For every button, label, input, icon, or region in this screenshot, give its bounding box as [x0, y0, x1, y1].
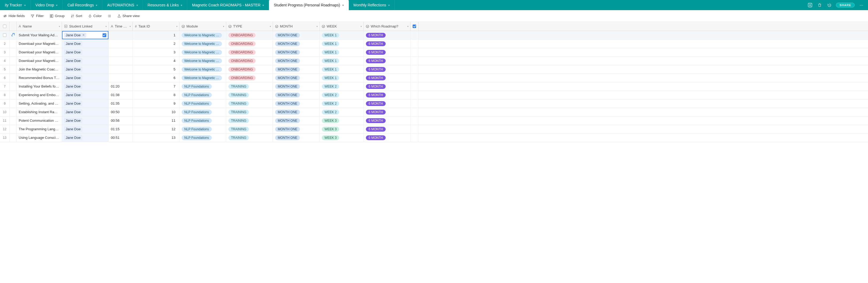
- add-tab-icon[interactable]: [807, 2, 813, 8]
- cell-student[interactable]: Jane Doe: [62, 91, 109, 99]
- expand-icon[interactable]: [11, 33, 15, 37]
- cell-name[interactable]: Using Language Conscio…: [17, 133, 62, 142]
- cell-taskid[interactable]: 8: [133, 91, 180, 99]
- header-name[interactable]: AName▾: [17, 22, 62, 31]
- cell-student[interactable]: Jane Doe: [62, 108, 109, 116]
- cell-month[interactable]: MONTH ONE: [273, 65, 320, 73]
- student-chip[interactable]: Jane Doe: [64, 84, 82, 89]
- cell-week[interactable]: WEEK 1: [320, 57, 364, 65]
- cell-week[interactable]: WEEK 1: [320, 48, 364, 56]
- cell-roadmap[interactable]: 6 MONTH: [364, 57, 410, 65]
- cell-roadmap[interactable]: 6 MONTH: [364, 82, 410, 91]
- cell-taskid[interactable]: 1: [133, 31, 180, 39]
- chevron-down-icon[interactable]: ▾: [316, 25, 318, 28]
- cell-type[interactable]: TRAINING: [226, 108, 273, 116]
- tab-2[interactable]: Call Recordings▾: [62, 0, 102, 10]
- chevron-down-icon[interactable]: ▾: [342, 4, 344, 7]
- cell-week[interactable]: WEEK 1: [320, 39, 364, 48]
- cell-name[interactable]: Submit Your Mailing Addr…: [17, 31, 62, 39]
- cell-name[interactable]: Experiencing and Embod…: [17, 91, 62, 99]
- cell-roadmap[interactable]: 6 MONTH: [364, 48, 410, 56]
- tab-3[interactable]: AUTOMATIONS▾: [102, 0, 143, 10]
- table-row[interactable]: 3Download your Magnetic …Jane Doe3Welcom…: [0, 48, 868, 57]
- student-chip[interactable]: Jane Doe: [64, 58, 82, 63]
- student-chip[interactable]: Jane Doe✕: [64, 33, 86, 38]
- cell-module[interactable]: NLP Foundations: [180, 117, 226, 125]
- cell-roadmap[interactable]: 6 MONTH: [364, 91, 410, 99]
- cell-taskid[interactable]: 9: [133, 99, 180, 107]
- row-checkbox[interactable]: [3, 33, 6, 37]
- student-chip[interactable]: Jane Doe: [64, 135, 82, 140]
- cell-time[interactable]: [109, 57, 133, 65]
- expand-cell[interactable]: [10, 91, 17, 99]
- share-view-button[interactable]: Share view: [117, 14, 140, 18]
- expand-cell[interactable]: [10, 65, 17, 73]
- chevron-down-icon[interactable]: ▾: [388, 4, 390, 7]
- confirm-icon[interactable]: [102, 33, 106, 37]
- cell-month[interactable]: MONTH ONE: [273, 31, 320, 39]
- chevron-down-icon[interactable]: ▾: [56, 4, 57, 7]
- cell-student[interactable]: Jane Doe✕: [62, 31, 109, 39]
- student-chip[interactable]: Jane Doe: [64, 109, 82, 115]
- cell-taskid[interactable]: 2: [133, 39, 180, 48]
- tab-0[interactable]: ity Tracker▾: [0, 0, 31, 10]
- cell-done[interactable]: [410, 117, 418, 125]
- row-number[interactable]: 13: [0, 133, 10, 142]
- chevron-down-icon[interactable]: ▾: [407, 25, 409, 28]
- table-row[interactable]: 13Using Language Conscio…Jane Doe00:5113…: [0, 133, 868, 142]
- header-student[interactable]: Student Linked▾: [62, 22, 109, 31]
- chevron-down-icon[interactable]: ▾: [24, 4, 26, 7]
- cell-type[interactable]: TRAINING: [226, 125, 273, 133]
- cell-student[interactable]: Jane Doe: [62, 82, 109, 91]
- cell-name[interactable]: Download your Magnetic …: [17, 48, 62, 56]
- chevron-down-icon[interactable]: ▾: [176, 25, 178, 28]
- cell-student[interactable]: Jane Doe: [62, 99, 109, 107]
- table-row[interactable]: 11Potent Communication C…Jane Doe00:5611…: [0, 117, 868, 125]
- cell-week[interactable]: WEEK 2: [320, 108, 364, 116]
- chevron-down-icon[interactable]: ▾: [129, 25, 131, 28]
- cell-time[interactable]: 01:20: [109, 82, 133, 91]
- cell-time[interactable]: 00:51: [109, 133, 133, 142]
- header-week[interactable]: WEEK▾: [320, 22, 364, 31]
- cell-month[interactable]: MONTH ONE: [273, 99, 320, 107]
- header-done[interactable]: [410, 22, 418, 31]
- cell-type[interactable]: ONBOARDING: [226, 65, 273, 73]
- cell-name[interactable]: Potent Communication C…: [17, 117, 62, 125]
- color-button[interactable]: Color: [88, 14, 102, 18]
- student-chip[interactable]: Jane Doe: [64, 127, 82, 132]
- row-number[interactable]: 10: [0, 108, 10, 116]
- cell-taskid[interactable]: 10: [133, 108, 180, 116]
- more-icon[interactable]: ⋯: [858, 2, 864, 8]
- cell-done[interactable]: [410, 108, 418, 116]
- chevron-down-icon[interactable]: ▾: [223, 25, 224, 28]
- cell-student[interactable]: Jane Doe: [62, 48, 109, 56]
- cell-done[interactable]: [410, 74, 418, 82]
- cell-module[interactable]: Welcome to Magnetic …: [180, 57, 226, 65]
- cell-name[interactable]: Installing Your Beliefs for …: [17, 82, 62, 91]
- cell-module[interactable]: Welcome to Magnetic …: [180, 31, 226, 39]
- cell-time[interactable]: [109, 65, 133, 73]
- cell-week[interactable]: WEEK 1: [320, 74, 364, 82]
- cell-module[interactable]: NLP Foundations: [180, 108, 226, 116]
- cell-roadmap[interactable]: 6 MONTH: [364, 125, 410, 133]
- chevron-down-icon[interactable]: ▾: [105, 25, 107, 28]
- expand-cell[interactable]: [10, 108, 17, 116]
- cell-time[interactable]: 00:56: [109, 117, 133, 125]
- chevron-down-icon[interactable]: ▾: [136, 4, 138, 7]
- cell-type[interactable]: TRAINING: [226, 117, 273, 125]
- cell-time[interactable]: [109, 39, 133, 48]
- cell-roadmap[interactable]: 6 MONTH: [364, 108, 410, 116]
- expand-cell[interactable]: [10, 39, 17, 48]
- cell-student[interactable]: Jane Doe: [62, 57, 109, 65]
- cell-student[interactable]: Jane Doe: [62, 133, 109, 142]
- expand-cell[interactable]: [10, 31, 17, 39]
- table-row[interactable]: 12The Programming Langua…Jane Doe01:1512…: [0, 125, 868, 133]
- cell-week[interactable]: WEEK 3: [320, 133, 364, 142]
- header-module[interactable]: Module▾: [180, 22, 226, 31]
- expand-cell[interactable]: [10, 57, 17, 65]
- cell-done[interactable]: [410, 125, 418, 133]
- student-chip[interactable]: Jane Doe: [64, 75, 82, 81]
- cell-month[interactable]: MONTH ONE: [273, 125, 320, 133]
- row-number[interactable]: 7: [0, 82, 10, 91]
- cell-month[interactable]: MONTH ONE: [273, 57, 320, 65]
